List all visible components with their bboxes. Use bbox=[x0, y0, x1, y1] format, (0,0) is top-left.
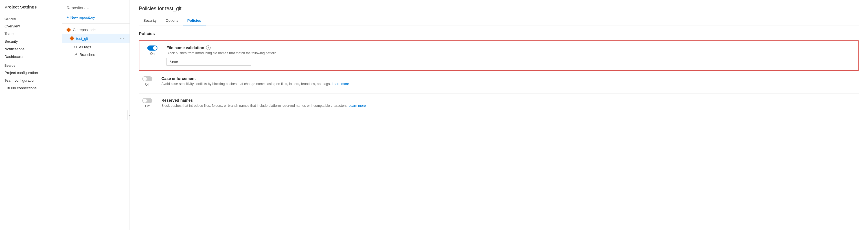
policy-desc-reserved: Block pushes that introduce files, folde… bbox=[161, 104, 859, 108]
left-sidebar: Project Settings General Overview Teams … bbox=[0, 0, 62, 230]
tag-icon: 🏷 bbox=[73, 45, 77, 49]
sidebar-item-github-connections[interactable]: GitHub connections bbox=[0, 84, 62, 92]
toggle-file-name-validation[interactable] bbox=[147, 46, 157, 51]
case-learn-more-link[interactable]: Learn more bbox=[332, 82, 349, 86]
reserved-learn-more-link[interactable]: Learn more bbox=[348, 104, 366, 108]
project-settings-title: Project Settings bbox=[0, 4, 62, 14]
policy-title-reserved: Reserved names bbox=[161, 98, 859, 103]
sidebar-item-notifications[interactable]: Notifications bbox=[0, 45, 62, 53]
policy-toggle-area-case: Off bbox=[139, 76, 156, 86]
toggle-slider-reserved bbox=[142, 98, 152, 103]
sidebar-item-teams[interactable]: Teams bbox=[0, 30, 62, 37]
diamond-repo-icon bbox=[67, 28, 70, 32]
policy-status-file-name: On bbox=[150, 52, 155, 56]
sidebar-item-security[interactable]: Security bbox=[0, 37, 62, 45]
boards-section-label: Boards bbox=[0, 60, 62, 69]
info-icon-file-name[interactable]: i bbox=[206, 46, 211, 50]
policy-desc-file-name: Block pushes from introducing file names… bbox=[166, 51, 854, 55]
new-repository-button[interactable]: + New repository bbox=[62, 13, 129, 21]
repo-more-button[interactable]: ··· bbox=[119, 35, 125, 41]
tab-options[interactable]: Options bbox=[161, 16, 183, 25]
policy-content-case: Case enforcement Avoid case-sensitivity … bbox=[161, 76, 859, 89]
plus-icon: + bbox=[67, 15, 69, 20]
policy-toggle-area-file-name: On bbox=[144, 46, 161, 56]
main-content: Policies for test_git Security Options P… bbox=[130, 0, 868, 230]
all-tags-item[interactable]: 🏷 All tags bbox=[62, 43, 129, 51]
sidebar-item-project-configuration[interactable]: Project configuration bbox=[0, 69, 62, 77]
branches-item[interactable]: ⎇ Branches bbox=[62, 51, 129, 58]
general-section-label: General bbox=[0, 14, 62, 22]
sidebar-item-dashboards[interactable]: Dashboards bbox=[0, 53, 62, 60]
collapse-button[interactable]: ❮ bbox=[127, 110, 130, 120]
policy-status-reserved: Off bbox=[145, 104, 150, 108]
tabs-bar: Security Options Policies bbox=[139, 16, 859, 25]
tab-policies[interactable]: Policies bbox=[183, 16, 206, 25]
policy-reserved-names: Off Reserved names Block pushes that int… bbox=[139, 93, 859, 115]
policy-content-reserved: Reserved names Block pushes that introdu… bbox=[161, 98, 859, 111]
page-title: Policies for test_git bbox=[139, 6, 859, 11]
git-repositories-header: Git repositories bbox=[62, 26, 129, 34]
mid-panel: ❮ Repositories + New repository Git repo… bbox=[62, 0, 130, 230]
toggle-case-enforcement[interactable] bbox=[142, 76, 152, 81]
repo-diamond-icon bbox=[70, 36, 74, 40]
tab-security[interactable]: Security bbox=[139, 16, 161, 25]
toggle-slider-file-name bbox=[147, 46, 157, 51]
policy-file-name-validation: On File name validation i Block pushes f… bbox=[139, 40, 859, 70]
sidebar-item-team-configuration[interactable]: Team configuration bbox=[0, 77, 62, 84]
policy-title-file-name: File name validation i bbox=[166, 46, 854, 50]
repo-item-test-git[interactable]: test_git ··· bbox=[62, 34, 129, 43]
policy-content-file-name: File name validation i Block pushes from… bbox=[166, 46, 854, 65]
policy-desc-case: Avoid case-sensitivity conflicts by bloc… bbox=[161, 82, 859, 86]
sidebar-item-overview[interactable]: Overview bbox=[0, 22, 62, 30]
repositories-title: Repositories bbox=[62, 3, 129, 13]
toggle-slider-case bbox=[142, 76, 152, 81]
file-name-pattern-input[interactable] bbox=[166, 58, 251, 65]
branch-icon: ⎇ bbox=[73, 53, 77, 57]
policy-status-case: Off bbox=[145, 83, 150, 86]
policy-toggle-area-reserved: Off bbox=[139, 98, 156, 108]
toggle-reserved-names[interactable] bbox=[142, 98, 152, 103]
policies-section-title: Policies bbox=[139, 31, 859, 36]
policy-title-case: Case enforcement bbox=[161, 76, 859, 81]
policy-case-enforcement: Off Case enforcement Avoid case-sensitiv… bbox=[139, 72, 859, 93]
